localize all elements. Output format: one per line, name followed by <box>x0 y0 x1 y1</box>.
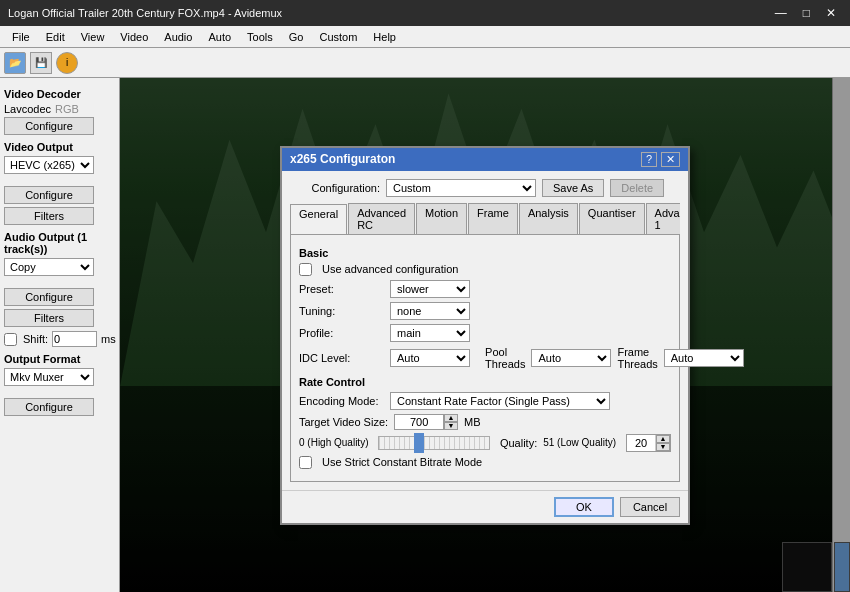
dialog-titlebar: x265 Configuraton ? ✕ <box>282 148 688 171</box>
open-button[interactable]: 📂 <box>4 52 26 74</box>
quality-slider-thumb[interactable] <box>414 433 424 453</box>
profile-label: Profile: <box>299 327 384 339</box>
target-video-size-label: Target Video Size: <box>299 416 388 428</box>
rgb-label: RGB <box>55 103 79 115</box>
menu-go[interactable]: Go <box>281 29 312 45</box>
video-area: x265 Configuraton ? ✕ Configuration: Cus… <box>120 78 850 592</box>
tab-motion[interactable]: Motion <box>416 203 467 234</box>
info-button[interactable]: i <box>56 52 78 74</box>
shift-label: Shift: <box>23 333 48 345</box>
menu-help[interactable]: Help <box>365 29 404 45</box>
audio-output-filters-button[interactable]: Filters <box>4 309 94 327</box>
pool-threads-label: Pool Threads <box>485 346 525 370</box>
maximize-button[interactable]: □ <box>797 6 816 20</box>
preset-label: Preset: <box>299 283 384 295</box>
rate-control-section-header: Rate Control <box>299 376 671 388</box>
target-video-size-unit: MB <box>464 416 481 428</box>
config-select[interactable]: Custom Default <box>386 179 536 197</box>
tab-quantiser[interactable]: Quantiser <box>579 203 645 234</box>
output-format-configure-button[interactable]: Configure <box>4 398 94 416</box>
frame-threads-select[interactable]: Auto <box>664 349 744 367</box>
video-output-codec-select[interactable]: HEVC (x265) <box>4 156 94 174</box>
preset-select[interactable]: slower slow medium fast <box>390 280 470 298</box>
idc-level-label: IDC Level: <box>299 352 384 364</box>
title-bar: Logan Official Trailer 20th Century FOX.… <box>0 0 850 26</box>
dialog-help-button[interactable]: ? <box>641 152 657 167</box>
basic-section-header: Basic <box>299 247 671 259</box>
video-output-configure-button[interactable]: Configure <box>4 186 94 204</box>
save-button[interactable]: 💾 <box>30 52 52 74</box>
lavcodec-label: Lavcodec <box>4 103 51 115</box>
dialog-close-button[interactable]: ✕ <box>661 152 680 167</box>
quality-low-label: 51 (Low Quality) <box>543 437 616 448</box>
target-video-size-input[interactable] <box>394 414 444 430</box>
audio-output-section: Audio Output (1 track(s)) Copy Configure… <box>4 231 115 327</box>
video-output-filters-button[interactable]: Filters <box>4 207 94 225</box>
quality-value-spinbox: ▲ ▼ <box>626 434 671 452</box>
menu-video[interactable]: Video <box>112 29 156 45</box>
tab-general[interactable]: General <box>290 204 347 235</box>
use-advanced-checkbox[interactable] <box>299 263 312 276</box>
dialog-title: x265 Configuraton <box>290 152 395 166</box>
video-decoder-section: Video Decoder Lavcodec RGB Configure <box>4 88 115 135</box>
tuning-select[interactable]: none film animation <box>390 302 470 320</box>
tuning-label: Tuning: <box>299 305 384 317</box>
menu-view[interactable]: View <box>73 29 113 45</box>
menu-audio[interactable]: Audio <box>156 29 200 45</box>
encoding-mode-select[interactable]: Constant Rate Factor (Single Pass) Avera… <box>390 392 610 410</box>
window-title: Logan Official Trailer 20th Century FOX.… <box>8 7 282 19</box>
tab-content: Basic Use advanced configuration Preset:… <box>290 235 680 482</box>
dialog-body: Configuration: Custom Default Save As De… <box>282 171 688 490</box>
video-output-title: Video Output <box>4 141 115 153</box>
quality-value-input[interactable] <box>627 435 655 451</box>
profile-select[interactable]: main main10 <box>390 324 470 342</box>
ok-button[interactable]: OK <box>554 497 614 517</box>
target-video-size-up-arrow[interactable]: ▲ <box>444 414 458 422</box>
menu-file[interactable]: File <box>4 29 38 45</box>
dialog-overlay: x265 Configuraton ? ✕ Configuration: Cus… <box>120 78 850 592</box>
audio-output-codec-select[interactable]: Copy <box>4 258 94 276</box>
video-output-section: Video Output HEVC (x265) Configure Filte… <box>4 141 115 225</box>
delete-button[interactable]: Delete <box>610 179 664 197</box>
use-strict-checkbox[interactable] <box>299 456 312 469</box>
target-video-size-spinbox: ▲ ▼ <box>394 414 458 430</box>
tab-advanced1[interactable]: Advanced 1 <box>646 203 680 234</box>
quality-down-arrow[interactable]: ▼ <box>656 443 670 451</box>
title-bar-controls: — □ ✕ <box>769 6 842 20</box>
shift-checkbox[interactable] <box>4 333 17 346</box>
shift-input[interactable] <box>52 331 97 347</box>
menu-auto[interactable]: Auto <box>200 29 239 45</box>
tab-analysis[interactable]: Analysis <box>519 203 578 234</box>
cancel-button[interactable]: Cancel <box>620 497 680 517</box>
minimize-button[interactable]: — <box>769 6 793 20</box>
menu-tools[interactable]: Tools <box>239 29 281 45</box>
output-format-section: Output Format Mkv Muxer Configure <box>4 353 115 416</box>
idc-level-select[interactable]: Auto <box>390 349 470 367</box>
target-video-size-down-arrow[interactable]: ▼ <box>444 422 458 430</box>
tab-frame[interactable]: Frame <box>468 203 518 234</box>
audio-output-configure-button[interactable]: Configure <box>4 288 94 306</box>
left-panel: Video Decoder Lavcodec RGB Configure Vid… <box>0 78 120 592</box>
shift-section: Shift: ms <box>4 331 115 347</box>
encoding-mode-label: Encoding Mode: <box>299 395 384 407</box>
menu-bar: File Edit View Video Audio Auto Tools Go… <box>0 26 850 48</box>
output-format-title: Output Format <box>4 353 115 365</box>
use-advanced-label: Use advanced configuration <box>322 263 458 275</box>
frame-threads-label: Frame Threads <box>617 346 657 370</box>
dialog-footer: OK Cancel <box>282 490 688 523</box>
output-format-select[interactable]: Mkv Muxer <box>4 368 94 386</box>
shift-unit: ms <box>101 333 116 345</box>
window-close-button[interactable]: ✕ <box>820 6 842 20</box>
pool-threads-select[interactable]: Auto <box>531 349 611 367</box>
quality-center-label: Quality: <box>500 437 537 449</box>
video-decoder-configure-button[interactable]: Configure <box>4 117 94 135</box>
menu-custom[interactable]: Custom <box>311 29 365 45</box>
video-decoder-title: Video Decoder <box>4 88 115 100</box>
quality-slider-track[interactable] <box>378 436 489 450</box>
tab-advanced-rc[interactable]: Advanced RC <box>348 203 415 234</box>
config-label: Configuration: <box>290 182 380 194</box>
save-as-button[interactable]: Save As <box>542 179 604 197</box>
audio-output-title: Audio Output (1 track(s)) <box>4 231 115 255</box>
quality-up-arrow[interactable]: ▲ <box>656 435 670 443</box>
menu-edit[interactable]: Edit <box>38 29 73 45</box>
